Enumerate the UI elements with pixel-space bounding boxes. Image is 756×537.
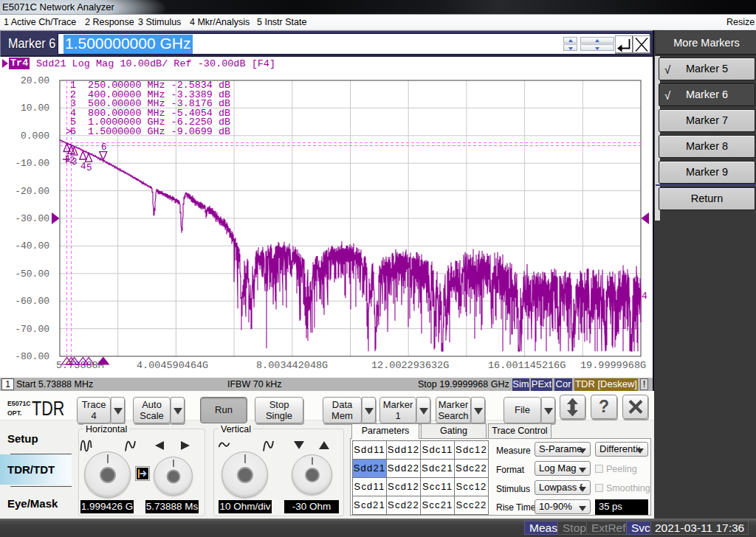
svg-text:4: 4 xyxy=(80,162,86,172)
svg-text:5: 5 xyxy=(86,163,92,173)
svg-text:6: 6 xyxy=(101,142,107,153)
svg-text:3: 3 xyxy=(72,157,78,167)
svg-text:4: 4 xyxy=(642,291,647,302)
